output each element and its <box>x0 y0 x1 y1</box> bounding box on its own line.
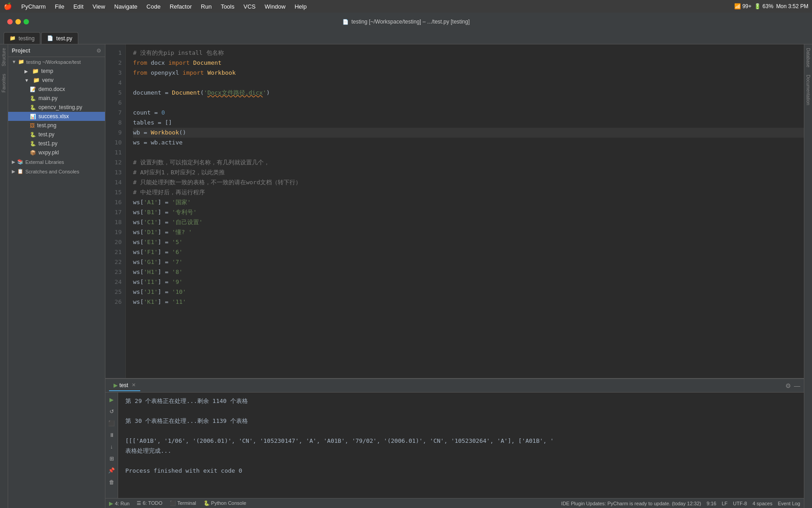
sidebar-item-demo-docx[interactable]: 📝 demo.docx <box>8 85 105 94</box>
apple-menu[interactable]: 🍎 <box>4 2 12 10</box>
code-line: ws['G1'] = '7' <box>133 257 804 267</box>
chevron-down-icon: ▼ <box>24 78 29 83</box>
run-rerun-button[interactable]: ↺ <box>107 407 116 416</box>
code-line: ws['B1'] = '专利号' <box>133 207 804 217</box>
line-number: 11 <box>105 148 122 158</box>
python-icon: 🐍 <box>30 105 36 110</box>
sidebar-item-testing-root[interactable]: ▼ 📁 testing ~/Workspace/test <box>8 57 105 67</box>
project-sidebar: Project ⚙ ▼ 📁 testing ~/Workspace/test ▶… <box>8 44 105 508</box>
python-console-label[interactable]: 🐍 Python Console <box>204 500 247 506</box>
run-status-button[interactable]: ▶ 4: Run <box>109 500 129 507</box>
run-minimize-icon[interactable]: — <box>794 382 800 389</box>
code-line: wb = Workbook() <box>133 128 804 138</box>
ide-update-notice: IDE Plugin Updates: PyCharm is ready to … <box>561 501 701 506</box>
minimize-button[interactable] <box>15 19 21 24</box>
run-pause-button[interactable]: ⏸ <box>107 431 116 440</box>
menu-window[interactable]: Window <box>261 2 289 11</box>
terminal-icon: ⬛ <box>170 500 176 506</box>
python-icon: 🐍 <box>30 132 36 138</box>
menu-view[interactable]: View <box>89 2 109 11</box>
favorites-label[interactable]: Favorites <box>0 70 7 96</box>
code-line <box>133 98 804 108</box>
code-content[interactable]: # 没有的先pip install 包名称from docx import Do… <box>126 44 804 378</box>
menu-help[interactable]: Help <box>291 2 310 11</box>
sidebar-item-wxpy-pkl[interactable]: 📦 wxpy.pkl <box>8 148 105 157</box>
menu-navigate[interactable]: Navigate <box>111 2 141 11</box>
sidebar-main-py-label: main.py <box>38 95 57 101</box>
menu-vcs[interactable]: VCS <box>240 2 259 11</box>
line-number: 10 <box>105 138 122 148</box>
folder-icon: 📁 <box>32 68 39 74</box>
title-label: testing [~/Workspace/testing] – .../test… <box>351 19 470 25</box>
wifi-status: 📶 99+ <box>734 3 752 10</box>
encoding: UTF-8 <box>733 501 747 506</box>
sidebar-item-main-py[interactable]: 🐍 main.py <box>8 94 105 103</box>
code-line: # 中处理好后，再运行程序 <box>133 187 804 197</box>
run-play-button[interactable]: ▶ <box>107 395 116 404</box>
run-step-button[interactable]: ↓ <box>107 442 116 451</box>
code-line: tables = [] <box>133 118 804 128</box>
tab-testing[interactable]: 📁 testing <box>4 32 40 44</box>
sidebar-item-external-libs[interactable]: ▶ 📚 External Libraries <box>8 157 105 167</box>
right-side-panel: Database Documentation <box>804 44 812 508</box>
menu-file[interactable]: File <box>51 2 68 11</box>
run-pin-button[interactable]: 📌 <box>107 466 116 475</box>
folder-icon: 📁 <box>33 77 40 83</box>
code-line: # 只能处理列数一致的表格，不一致的请在word文档（转下行） <box>133 177 804 187</box>
close-button[interactable] <box>7 19 13 24</box>
run-clear-button[interactable]: 🗑 <box>107 478 116 487</box>
sidebar-item-test1-py[interactable]: 🐍 test1.py <box>8 139 105 148</box>
sidebar-item-success-xlsx[interactable]: 📊 success.xlsx <box>8 112 105 121</box>
database-label[interactable]: Database <box>805 44 812 71</box>
run-settings-icon[interactable]: ⚙ <box>785 382 791 389</box>
code-editor[interactable]: 1234567891011121314151617181920212223242… <box>105 44 804 378</box>
python-icon: 🐍 <box>30 96 36 101</box>
tab-testing-label: testing <box>19 35 34 42</box>
docx-icon: 📝 <box>30 86 36 92</box>
code-line: document = Document('Docx文件路径.dicx') <box>133 88 804 98</box>
maximize-button[interactable] <box>24 19 29 24</box>
run-stop-button[interactable]: ⬛ <box>107 419 116 428</box>
sidebar-item-test-py[interactable]: 🐍 test.py <box>8 130 105 139</box>
run-controls: ⚙ — <box>785 382 800 389</box>
sidebar-ext-libs-label: External Libraries <box>25 159 64 165</box>
run-tab-test[interactable]: ▶ test ✕ <box>109 380 140 391</box>
event-log-label[interactable]: Event Log <box>778 501 800 506</box>
sidebar-wxpy-label: wxpy.pkl <box>38 149 59 156</box>
todo-label[interactable]: ☰ 6: TODO <box>137 500 162 506</box>
menu-edit[interactable]: Edit <box>70 2 87 11</box>
tab-testpy[interactable]: 📄 test.py <box>41 32 78 44</box>
menu-code[interactable]: Code <box>143 2 164 11</box>
line-number: 17 <box>105 207 122 217</box>
sidebar-temp-label: temp <box>41 68 53 74</box>
menu-tools[interactable]: Tools <box>217 2 238 11</box>
tab-testpy-label: test.py <box>56 35 72 42</box>
terminal-label[interactable]: ⬛ Terminal <box>170 500 196 506</box>
line-number: 21 <box>105 247 122 257</box>
sidebar-item-test-png[interactable]: 🖼 test.png <box>8 121 105 130</box>
editor-area: 1234567891011121314151617181920212223242… <box>105 44 804 508</box>
code-line: from openpyxl import Workbook <box>133 68 804 78</box>
sidebar-item-venv[interactable]: ▼ 📁 venv <box>8 76 105 85</box>
line-number: 8 <box>105 118 122 128</box>
documentation-label[interactable]: Documentation <box>805 71 812 109</box>
run-layout-button[interactable]: ⊞ <box>107 454 116 463</box>
menu-refactor[interactable]: Refactor <box>166 2 195 11</box>
tab-testpy-icon: 📄 <box>47 35 53 41</box>
sidebar-item-temp[interactable]: ▶ 📁 temp <box>8 67 105 76</box>
tab-close-icon[interactable]: ✕ <box>132 382 136 388</box>
output-line: Process finished with exit code 0 <box>125 466 797 476</box>
menu-pycharm[interactable]: PyCharm <box>18 2 49 11</box>
sidebar-gear-icon[interactable]: ⚙ <box>96 48 101 54</box>
tab-bar: 📁 testing 📄 test.py <box>0 31 812 44</box>
structure-label[interactable]: Structure <box>0 44 7 70</box>
menu-run[interactable]: Run <box>197 2 215 11</box>
line-number: 1 <box>105 48 122 58</box>
code-line <box>133 78 804 88</box>
sidebar-item-scratches[interactable]: ▶ 📋 Scratches and Consoles <box>8 167 105 176</box>
code-line: from docx import Document <box>133 58 804 68</box>
line-number: 2 <box>105 58 122 68</box>
menu-right-info: 📶 99+ 🔋 63% Mon 3:52 PM <box>734 3 808 10</box>
sidebar-item-opencv-py[interactable]: 🐍 opencv_testing.py <box>8 103 105 112</box>
status-bar: ▶ 4: Run ☰ 6: TODO ⬛ Terminal 🐍 Python C… <box>105 498 804 508</box>
